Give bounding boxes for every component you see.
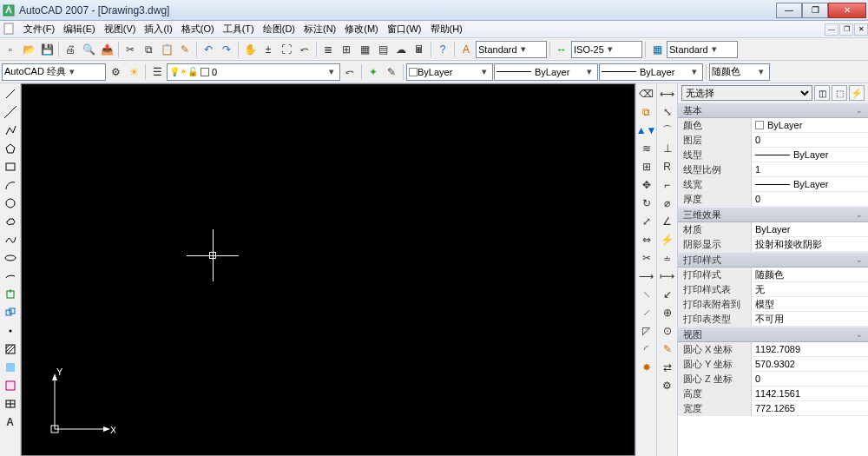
revcloud-button[interactable] [2,213,19,230]
close-button[interactable]: ✕ [828,3,866,18]
extend-button[interactable]: ⟶ [638,268,655,285]
dimcontinue-button[interactable]: ⟼ [659,268,676,285]
matchprop-button[interactable]: ✎ [176,41,194,58]
zoom-window-button[interactable]: ⛶ [278,41,295,58]
preview-button[interactable]: 🔍 [80,41,97,58]
new-button[interactable]: ▫ [2,41,19,58]
spline-button[interactable] [2,231,19,248]
publish-button[interactable]: 📤 [98,41,115,58]
menu-标注[interactable]: 标注(N) [299,22,340,36]
arc-button[interactable] [2,176,19,194]
rectangle-button[interactable] [2,158,19,175]
prop-row[interactable]: 阴影显示投射和接收阴影 [678,237,868,252]
copy-button[interactable]: ⧉ [140,41,157,58]
prop-row[interactable]: 线宽 ByLayer [678,177,868,192]
maximize-button[interactable]: ❐ [802,3,828,18]
color-combo[interactable]: ByLayer▾ [406,63,493,81]
prop-group-header[interactable]: 打印样式⌄ [678,252,868,268]
dimbaseline-button[interactable]: ⫨ [659,249,676,267]
layer-prev-button[interactable]: ⤺ [341,63,358,81]
dimdiameter-button[interactable]: ⌀ [659,195,676,212]
dimradius-button[interactable]: R [659,158,676,175]
zoom-rt-button[interactable]: ± [260,41,277,58]
prop-row[interactable]: 厚度0 [678,192,868,207]
ellipse-button[interactable] [2,249,19,267]
markup-button[interactable]: ☁ [392,41,410,58]
table-button[interactable] [2,395,19,413]
designcenter-button[interactable]: ⊞ [338,41,355,58]
mdi-minimize-button[interactable]: — [825,23,838,36]
circle-button[interactable] [2,195,19,212]
prop-row[interactable]: 打印样式表无 [678,282,868,297]
dimtedit-button[interactable]: ⇄ [659,359,676,376]
tolerance-button[interactable]: ⊕ [659,304,676,321]
textstyle-combo[interactable]: Standard▾ [476,41,547,58]
break-button[interactable]: ⟍ [638,286,655,303]
prop-row[interactable]: 线型比例1 [678,162,868,177]
properties-button[interactable]: ≣ [319,41,337,58]
cut-button[interactable]: ✂ [122,41,139,58]
dimarc-button[interactable]: ⌒ [659,122,676,139]
polygon-button[interactable] [2,140,19,157]
prop-row[interactable]: 打印样式随颜色 [678,268,868,282]
menu-帮助[interactable]: 帮助(H) [426,22,467,36]
toggle-pickadd-button[interactable]: ◫ [814,85,830,101]
workspace-combo[interactable]: AutoCAD 经典▾ [2,63,106,81]
layerstate-button[interactable]: ✦ [365,63,382,81]
point-button[interactable] [2,322,19,340]
prop-group-header[interactable]: 三维效果⌄ [678,207,868,222]
hatch-button[interactable] [2,340,19,358]
ellipsearc-button[interactable] [2,268,19,285]
insert-button[interactable] [2,286,19,303]
prop-row[interactable]: 图层0 [678,133,868,148]
array-button[interactable]: ⊞ [638,158,655,175]
dimstyle-combo[interactable]: ISO-25▾ [571,41,642,58]
sheetset-button[interactable]: ▤ [374,41,391,58]
dimaligned-button[interactable]: ⤡ [659,103,676,121]
save-button[interactable]: 💾 [38,41,56,58]
sun-button[interactable]: ☀ [125,63,142,81]
menu-视图[interactable]: 视图(V) [100,22,141,36]
mtext-button[interactable]: A [2,413,19,431]
minimize-button[interactable]: — [776,3,802,18]
linetype-combo[interactable]: ByLayer▾ [494,63,598,81]
copyobj-button[interactable]: ⧉ [638,103,655,121]
stretch-button[interactable]: ⇔ [638,231,655,248]
gradient-button[interactable] [2,359,19,376]
prop-row[interactable]: 高度1142.1561 [678,387,868,401]
undo-button[interactable]: ↶ [200,41,217,58]
prop-row[interactable]: 宽度772.1265 [678,401,868,416]
erase-button[interactable]: ⌫ [638,85,655,102]
dimangular-button[interactable]: ∠ [659,213,676,230]
trim-button[interactable]: ✂ [638,249,655,267]
layermatch-button[interactable]: ✎ [383,63,400,81]
fillet-button[interactable]: ◜ [638,340,655,358]
pan-button[interactable]: ✋ [241,41,259,58]
menu-编辑[interactable]: 编辑(E) [59,22,100,36]
menu-格式[interactable]: 格式(O) [177,22,219,36]
offset-button[interactable]: ≋ [638,140,655,157]
layerprops-button[interactable]: ☰ [148,63,166,81]
menu-绘图[interactable]: 绘图(D) [259,22,299,36]
prop-row[interactable]: 圆心 Y 坐标570.9302 [678,357,868,372]
prop-row[interactable]: 圆心 Z 坐标0 [678,372,868,387]
layer-combo[interactable]: 💡 ☀ 🔓 0 ▾ [167,63,340,81]
dimcenter-button[interactable]: ⊙ [659,322,676,340]
calc-button[interactable]: 🖩 [411,41,428,58]
prop-row[interactable]: 打印表附着到模型 [678,297,868,312]
zoom-prev-button[interactable]: ⤺ [296,41,313,58]
mdi-restore-button[interactable]: ❐ [839,23,853,36]
dimlinear-button[interactable]: ⟷ [659,85,676,102]
workspace-settings-button[interactable]: ⚙ [107,63,124,81]
prop-row[interactable]: 颜色ByLayer [678,118,868,133]
dimstyle-button[interactable]: ⚙ [659,377,676,394]
open-button[interactable]: 📂 [20,41,37,58]
prop-row[interactable]: 打印表类型不可用 [678,312,868,327]
move-button[interactable]: ✥ [638,176,655,194]
region-button[interactable] [2,377,19,394]
drawing-canvas[interactable]: Y X [21,83,635,456]
menu-插入[interactable]: 插入(I) [140,22,176,36]
toolpalette-button[interactable]: ▦ [356,41,373,58]
pline-button[interactable] [2,122,19,139]
lineweight-combo[interactable]: ByLayer▾ [599,63,703,81]
